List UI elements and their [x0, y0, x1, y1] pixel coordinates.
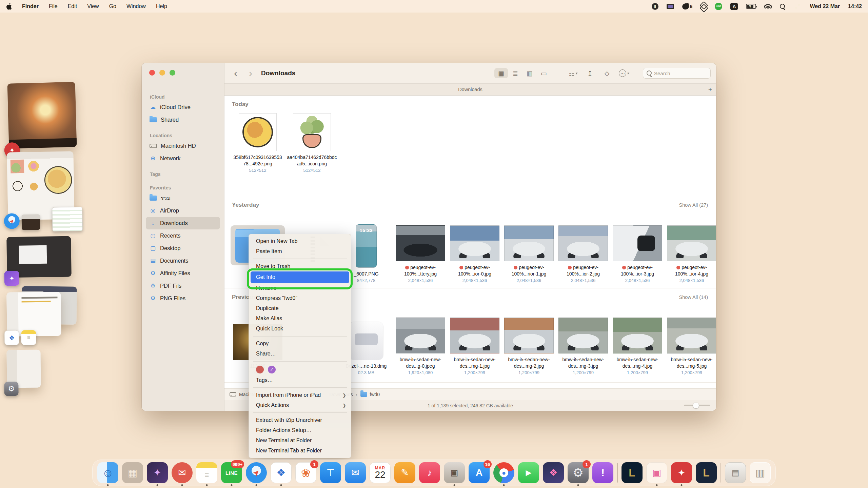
menu-item-compress[interactable]: Compress “fwd0” ✓ ❯ [249, 293, 351, 303]
dock-mail[interactable]: ✉ [345, 462, 366, 483]
bird-app-icon[interactable] [682, 3, 689, 10]
file-item[interactable]: peugeot-ev-100%...ior-3.jpg 2,048×1,536 [611, 210, 664, 283]
dock-shortcuts[interactable]: ❖ [543, 462, 564, 483]
menu-item-quick-look[interactable]: Quick Look ✓ ❯ [249, 324, 351, 334]
dock-app-store[interactable]: 16 A [469, 462, 490, 483]
file-item[interactable]: peugeot-ev-100%...rior-1.jpg 2,048×1,536 [502, 210, 555, 283]
file-item[interactable]: peugeot-ev-100%...ior-0.jpg 2,048×1,536 [448, 210, 501, 283]
icon-view-button[interactable]: ▦ [494, 68, 508, 78]
forward-button[interactable]: › [245, 68, 256, 78]
purple-tag-check-icon[interactable]: ✓ [268, 366, 276, 373]
dock-divider-2[interactable] [721, 463, 721, 483]
dock-launchpad[interactable]: ▦ [122, 462, 143, 483]
sidebar-item-shared[interactable]: Shared [146, 114, 220, 126]
file-item[interactable]: bmw-i5-sedan-new-des...g-0.jpeg 1,920×1,… [394, 303, 447, 375]
menu-divider-5[interactable]: ✓ ❯ [253, 412, 347, 413]
sticker-browser-preview[interactable]: ➤ [7, 151, 74, 220]
icon-size-slider[interactable] [684, 405, 710, 406]
dock-documents-app[interactable]: ❖ [271, 462, 292, 483]
file-item[interactable]: peugeot-ev-100%...ttery.jpg 2,048×1,536 [394, 210, 447, 283]
dock-safari[interactable]: ➤ [246, 462, 267, 483]
menu-item-new-terminal[interactable]: New Terminal at Folder ✓ ❯ [249, 435, 351, 446]
wifi-icon[interactable] [764, 4, 772, 8]
menu-item-tags[interactable]: Tags… ✓ ❯ [249, 375, 351, 385]
notes-window-preview[interactable]: ❖ ≡ [6, 292, 61, 337]
dock-facetime[interactable]: ▶ [518, 462, 539, 483]
sidebar-item-airdrop[interactable]: ◎ AirDrop [146, 204, 220, 217]
dock-photo-booth[interactable]: ▣ [444, 462, 465, 483]
photo-booth-mini-window[interactable] [21, 214, 40, 230]
zoom-button[interactable] [170, 70, 175, 76]
recording-indicator-icon[interactable]: ▮ [652, 3, 658, 10]
menu-item-paste-item[interactable]: Paste Item ✓ ❯ [249, 246, 351, 257]
slider-knob[interactable] [693, 403, 699, 408]
dock-trash[interactable]: ▥ [750, 462, 771, 483]
dock-finder[interactable]: ☺ [97, 462, 118, 483]
show-all-link[interactable]: Show All (14) [679, 294, 708, 300]
menu-item-copy[interactable]: Copy ✓ ❯ [249, 339, 351, 349]
dock-affinity-photo[interactable]: ✦ [147, 462, 168, 483]
file-item[interactable]: bmw-i5-sedan-new-des...mg-1.jpg 1,200×79… [448, 303, 501, 375]
menu-item-share[interactable]: Share… ✓ ❯ [249, 349, 351, 359]
menu-item-duplicate[interactable]: Duplicate ✓ ❯ [249, 303, 351, 313]
display-mirroring-icon[interactable] [667, 4, 674, 9]
sidebar-item-png-files[interactable]: ⚙ PNG Files [146, 292, 220, 305]
menu-divider-4[interactable]: ✓ ❯ [253, 387, 347, 388]
sidebar-item-pdf-fils[interactable]: ⚙ PDF Fils [146, 280, 220, 292]
file-item[interactable]: bmw-i5-sedan-new-des...mg-2.jpg 1,200×79… [502, 303, 555, 375]
menubar-time[interactable]: 14:42 [848, 3, 862, 9]
control-center-icon[interactable] [793, 4, 802, 9]
apple-menu-icon[interactable] [6, 3, 12, 10]
spreadsheet-mini-window[interactable] [52, 207, 83, 232]
file-item[interactable]: aa404ba71462d76bbdcad5...icon.png 512×51… [285, 110, 338, 173]
menu-item-make-alias[interactable]: Make Alias ✓ ❯ [249, 313, 351, 324]
sidebar-item-downloads[interactable]: ↓ Downloads [146, 217, 220, 229]
share-button[interactable]: ↥ [583, 68, 597, 78]
game-window-preview[interactable]: ✦ [7, 82, 77, 148]
dock-keynote[interactable]: ⊤ [320, 462, 341, 483]
dock-chrome[interactable]: ● [493, 462, 514, 483]
menu-help[interactable]: Help [156, 3, 167, 9]
menu-item-move-to-trash[interactable]: Move to Trash ✓ ❯ [249, 261, 351, 271]
close-button[interactable] [149, 70, 155, 76]
dock-divider-1[interactable] [617, 463, 618, 483]
menu-item-folder-actions-setup[interactable]: Folder Actions Setup… ✓ ❯ [249, 425, 351, 435]
column-view-button[interactable]: ▥ [523, 68, 536, 78]
menu-file[interactable]: File [49, 3, 58, 9]
file-item[interactable]: 358bf617c093163955378...492e.png 512×512 [231, 110, 284, 173]
battery-icon[interactable] [746, 4, 756, 9]
sidebar-item-icloud-drive[interactable]: ☁ iCloud Drive [146, 101, 220, 114]
menu-item-new-terminal-tab[interactable]: New Terminal Tab at Folder ✓ ❯ [249, 446, 351, 456]
input-source-icon[interactable]: A [730, 3, 738, 10]
sidebar-item-ruam[interactable]: รวม [146, 192, 220, 204]
dock-line[interactable]: 999+ LINE [221, 462, 242, 483]
dock-photos[interactable]: 1 ❀ [295, 462, 316, 483]
file-item[interactable]: bmw-i5-sedan-new-des...mg-3.jpg 1,200×79… [557, 303, 610, 375]
sidebar-item-affinity-files[interactable]: ⚙ Affinity Files [146, 267, 220, 280]
back-button[interactable]: ‹ [230, 68, 241, 78]
menu-window[interactable]: Window [126, 3, 146, 9]
red-tag-icon[interactable] [256, 366, 264, 373]
new-tab-button[interactable]: + [704, 84, 716, 95]
menu-item-import-from-iphone[interactable]: Import from iPhone or iPad ✓ ❯ [249, 390, 351, 400]
file-item[interactable]: bmw-i5-sedan-new-des...mg-4.jpg 1,200×79… [611, 303, 664, 375]
menu-go[interactable]: Go [109, 3, 116, 9]
dock-mail-red[interactable]: ✉ [172, 462, 193, 483]
sidebar-item-documents[interactable]: ▤ Documents [146, 255, 220, 267]
menu-edit[interactable]: Edit [68, 3, 77, 9]
menu-divider-2[interactable]: ✓ ❯ [253, 336, 347, 337]
gallery-view-button[interactable]: ▭ [537, 68, 551, 78]
sidebar-item-recents[interactable]: ◷ Recents [146, 229, 220, 242]
menu-item-extract-izip[interactable]: Extract with iZip Unarchiver ✓ ❯ [249, 415, 351, 425]
search-field[interactable] [643, 68, 711, 79]
line-status-icon[interactable]: LINE [715, 3, 722, 10]
dock-pages[interactable]: ✎ [394, 462, 415, 483]
menu-item-tag-dots[interactable]: ✓ ❯ [249, 364, 351, 375]
file-item[interactable]: peugeot-ev-100%...ior-2.jpg 2,048×1,536 [557, 210, 610, 283]
menu-view[interactable]: View [87, 3, 99, 9]
dock-league-of-legends-2[interactable]: L [696, 462, 717, 483]
sidebar-item-desktop[interactable]: ▢ Desktop [146, 242, 220, 255]
menu-item-rename[interactable]: Rename ✓ ❯ [249, 283, 351, 293]
list-view-button[interactable]: ≣ [509, 68, 522, 78]
dock-feedback-assistant[interactable]: ! [592, 462, 613, 483]
